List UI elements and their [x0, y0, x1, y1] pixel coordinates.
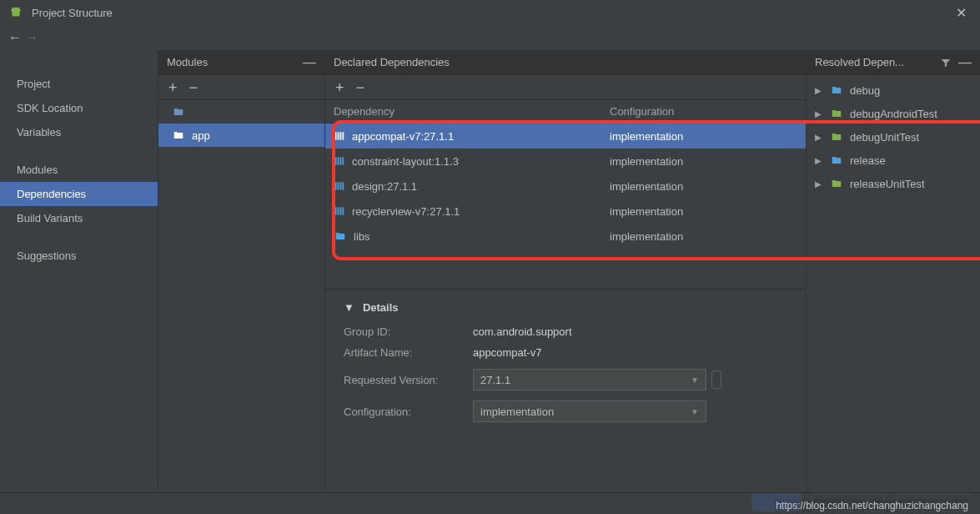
- triangle-right-icon: ▶: [815, 156, 823, 165]
- dependency-rows: appcompat-v7:27.1.1implementationconstra…: [325, 123, 806, 249]
- dependency-row[interactable]: recyclerview-v7:27.1.1implementation: [325, 199, 806, 224]
- resolved-item[interactable]: ▶debugUnitTest: [807, 125, 980, 149]
- library-icon: [334, 155, 345, 167]
- dependency-row[interactable]: constraint-layout:1.1.3implementation: [325, 149, 806, 174]
- dependencies-column: Declared Dependencies + − Dependency Con…: [325, 50, 807, 492]
- nav-row: ← →: [0, 25, 980, 50]
- minimize-icon[interactable]: —: [303, 55, 316, 70]
- dependency-name: constraint-layout:1.1.3: [352, 155, 459, 168]
- version-combo[interactable]: 27.1.1 ▼: [473, 369, 706, 391]
- android-icon: [8, 5, 23, 20]
- dependency-table-header: Dependency Configuration: [325, 100, 806, 123]
- dependency-config: implementation: [605, 155, 806, 168]
- config-combo[interactable]: implementation ▼: [473, 401, 706, 422]
- folder-icon: [830, 178, 843, 189]
- folder-icon: [830, 108, 843, 119]
- window-title: Project Structure: [32, 7, 951, 19]
- details-pane: ▼ Details Group ID: com.android.support …: [325, 289, 806, 431]
- details-title: Details: [363, 301, 399, 314]
- watermark: https://blog.csdn.net/changhuzichangchan…: [774, 499, 970, 512]
- dependency-config: implementation: [605, 205, 806, 218]
- svg-rect-3: [343, 132, 344, 139]
- col-dependency: Dependency: [325, 105, 605, 118]
- pin-button[interactable]: [711, 370, 721, 389]
- dependency-name: design:27.1.1: [352, 180, 417, 193]
- remove-dependency-button[interactable]: −: [356, 80, 365, 95]
- sidebar-item-dependencies[interactable]: Dependencies: [0, 182, 158, 206]
- artifact-value: appcompat-v7: [473, 346, 541, 359]
- modules-header: Modules —: [158, 50, 324, 75]
- modules-toolbar: + −: [158, 75, 324, 100]
- dependency-name: recyclerview-v7:27.1.1: [352, 205, 460, 218]
- resolved-list: ▶debug▶debugAndroidTest▶debugUnitTest▶re…: [807, 75, 980, 195]
- module-item[interactable]: [158, 100, 324, 123]
- triangle-down-icon: ▼: [344, 301, 354, 314]
- minimize-icon[interactable]: —: [958, 55, 972, 70]
- svg-rect-0: [335, 132, 337, 139]
- modules-column: Modules — + − app: [158, 50, 325, 492]
- close-icon[interactable]: ✕: [951, 5, 972, 21]
- forward-arrow-icon[interactable]: →: [23, 29, 40, 46]
- sidebar-item-sdk-location[interactable]: SDK Location: [0, 96, 158, 120]
- svg-rect-2: [340, 132, 342, 139]
- svg-rect-5: [338, 157, 339, 164]
- resolved-item[interactable]: ▶debugAndroidTest: [807, 102, 980, 125]
- dependency-row[interactable]: design:27.1.1implementation: [325, 174, 806, 199]
- resolved-label: debugUnitTest: [850, 131, 919, 144]
- dependency-name: libs: [354, 230, 370, 243]
- folder-icon: [334, 230, 347, 242]
- config-value: implementation: [480, 406, 691, 418]
- resolved-item[interactable]: ▶debug: [807, 78, 980, 102]
- add-dependency-button[interactable]: +: [335, 80, 344, 95]
- version-label: Requested Version:: [344, 374, 473, 386]
- resolved-item[interactable]: ▶releaseUnitTest: [807, 172, 980, 195]
- library-icon: [334, 205, 345, 217]
- config-label: Configuration:: [344, 406, 473, 418]
- svg-rect-1: [338, 132, 339, 139]
- sidebar-item-suggestions[interactable]: Suggestions: [0, 244, 158, 268]
- svg-rect-4: [335, 157, 337, 164]
- version-value: 27.1.1: [480, 374, 691, 386]
- svg-rect-8: [335, 182, 337, 189]
- sidebar-item-modules[interactable]: Modules: [0, 158, 158, 182]
- folder-icon: [172, 106, 185, 118]
- sidebar-item-project[interactable]: Project: [0, 72, 158, 96]
- dependency-name: appcompat-v7:27.1.1: [352, 130, 454, 143]
- resolved-label: debug: [850, 84, 880, 97]
- remove-module-button[interactable]: −: [189, 80, 199, 95]
- dependencies-header-title: Declared Dependencies: [334, 56, 450, 68]
- modules-header-title: Modules: [167, 56, 208, 68]
- module-label: app: [192, 129, 210, 142]
- dependency-config: implementation: [605, 180, 806, 193]
- resolved-item[interactable]: ▶release: [807, 149, 980, 172]
- svg-rect-11: [343, 182, 344, 189]
- dependency-config: implementation: [605, 230, 806, 243]
- folder-icon: [172, 129, 185, 141]
- module-item[interactable]: app: [158, 123, 324, 147]
- filter-icon[interactable]: [940, 57, 952, 68]
- dependencies-toolbar: + −: [325, 75, 806, 100]
- svg-rect-14: [340, 207, 342, 214]
- dependency-row[interactable]: appcompat-v7:27.1.1implementation: [325, 123, 806, 149]
- back-arrow-icon[interactable]: ←: [7, 29, 23, 46]
- triangle-right-icon: ▶: [815, 109, 823, 118]
- svg-rect-13: [338, 207, 339, 214]
- folder-icon: [830, 154, 843, 166]
- dependency-row[interactable]: libsimplementation: [325, 224, 806, 249]
- triangle-right-icon: ▶: [815, 179, 823, 189]
- resolved-header: Resolved Depen... —: [807, 50, 980, 75]
- svg-rect-9: [338, 182, 339, 189]
- resolved-header-title: Resolved Depen...: [815, 56, 940, 68]
- resolved-label: releaseUnitTest: [850, 178, 925, 190]
- module-list: app: [158, 100, 324, 492]
- resolved-column: Resolved Depen... — ▶debug▶debugAndroidT…: [807, 50, 980, 492]
- details-title-row[interactable]: ▼ Details: [344, 301, 792, 314]
- svg-rect-15: [343, 207, 344, 214]
- resolved-label: release: [850, 154, 886, 167]
- group-id-label: Group ID:: [344, 325, 473, 338]
- sidebar-item-build-variants[interactable]: Build Variants: [0, 206, 158, 230]
- sidebar-item-variables[interactable]: Variables: [0, 120, 158, 144]
- folder-icon: [830, 131, 843, 143]
- add-module-button[interactable]: +: [168, 80, 178, 95]
- library-icon: [334, 130, 345, 142]
